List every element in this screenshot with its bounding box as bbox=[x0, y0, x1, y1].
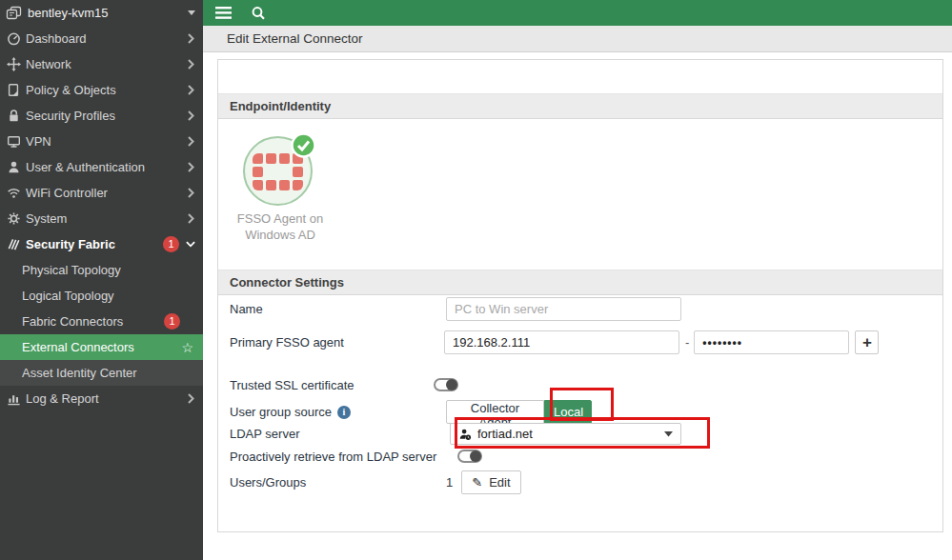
sidebar-item-security-fabric[interactable]: Security Fabric 1 bbox=[0, 231, 203, 257]
ldap-server-dropdown[interactable]: fortiad.net bbox=[450, 423, 681, 445]
page-title: Edit External Connector bbox=[227, 31, 363, 46]
name-input[interactable] bbox=[446, 297, 681, 321]
user-group-source-label: User group source i bbox=[218, 405, 446, 419]
sidebar-item-security-profiles[interactable]: Security Profiles bbox=[0, 103, 203, 129]
fsso-agent-ip-input[interactable] bbox=[444, 330, 679, 354]
star-icon[interactable]: ☆ bbox=[181, 340, 193, 355]
search-icon[interactable] bbox=[251, 6, 266, 21]
gauge-icon bbox=[6, 31, 22, 46]
monitor-icon bbox=[6, 134, 22, 149]
sidebar-item-system[interactable]: System bbox=[0, 206, 203, 231]
move-icon bbox=[6, 57, 22, 71]
sidebar-item-network[interactable]: Network bbox=[0, 51, 203, 77]
chevron-right-icon bbox=[186, 59, 195, 70]
add-agent-button[interactable]: + bbox=[855, 330, 879, 354]
users-groups-count: 1 bbox=[446, 475, 453, 490]
sidebar-item-asset-identity-center[interactable]: Asset Identity Center bbox=[0, 360, 203, 386]
sidebar-item-physical-topology[interactable]: Physical Topology bbox=[0, 257, 203, 283]
sidebar: bentley-kvm15 Dashboard Network Policy &… bbox=[0, 0, 203, 560]
sidebar-item-logical-topology[interactable]: Logical Topology bbox=[0, 283, 203, 309]
edit-users-groups-button[interactable]: ✎ Edit bbox=[461, 470, 520, 494]
caret-down-icon bbox=[664, 431, 673, 437]
chevron-right-icon bbox=[186, 33, 195, 44]
ldap-server-label: LDAP server bbox=[218, 427, 446, 441]
device-icon bbox=[6, 6, 22, 21]
trusted-ssl-toggle[interactable] bbox=[434, 378, 458, 391]
trusted-ssl-label: Trusted SSL certificate bbox=[218, 378, 446, 392]
sidebar-item-user-authentication[interactable]: User & Authentication bbox=[0, 154, 203, 180]
selected-check-icon bbox=[291, 132, 316, 161]
top-bar bbox=[203, 0, 952, 26]
local-option-button[interactable]: Local bbox=[544, 400, 592, 424]
sidebar-item-wifi-controller[interactable]: WiFi Controller bbox=[0, 180, 203, 206]
primary-fsso-agent-label: Primary FSSO agent bbox=[218, 335, 446, 350]
hostname-header[interactable]: bentley-kvm15 bbox=[0, 0, 203, 26]
chevron-right-icon bbox=[186, 136, 195, 147]
gear-icon bbox=[6, 211, 22, 226]
pencil-icon: ✎ bbox=[472, 475, 482, 490]
chart-icon bbox=[6, 391, 22, 406]
users-groups-label: Users/Groups bbox=[218, 475, 446, 490]
caret-down-icon bbox=[188, 10, 195, 15]
section-header-connector-settings: Connector Settings bbox=[218, 270, 942, 295]
menu-icon[interactable] bbox=[215, 7, 232, 19]
sidebar-item-log-report[interactable]: Log & Report bbox=[0, 386, 203, 411]
chevron-down-icon bbox=[186, 241, 195, 248]
wifi-icon bbox=[6, 186, 22, 200]
chevron-right-icon bbox=[186, 393, 195, 404]
sidebar-item-vpn[interactable]: VPN bbox=[0, 129, 203, 154]
connector-type-label: FSSO Agent on Windows AD bbox=[220, 210, 340, 243]
chevron-right-icon bbox=[186, 162, 195, 172]
sidebar-item-policy-objects[interactable]: Policy & Objects bbox=[0, 77, 203, 103]
fabric-icon bbox=[6, 237, 22, 251]
lock-icon bbox=[6, 109, 22, 123]
chevron-right-icon bbox=[186, 213, 195, 224]
chevron-right-icon bbox=[186, 110, 195, 121]
user-clock-icon bbox=[458, 428, 472, 441]
sidebar-item-dashboard[interactable]: Dashboard bbox=[0, 26, 203, 51]
proactive-retrieve-label: Proactively retrieve from LDAP server bbox=[218, 450, 457, 464]
info-icon[interactable]: i bbox=[337, 406, 351, 419]
chevron-right-icon bbox=[186, 188, 195, 198]
notification-badge: 1 bbox=[163, 236, 179, 252]
chevron-right-icon bbox=[186, 85, 195, 95]
fsso-agent-password-input[interactable] bbox=[694, 330, 849, 354]
sidebar-item-fabric-connectors[interactable]: Fabric Connectors 1 bbox=[0, 309, 203, 334]
page-title-bar: Edit External Connector bbox=[203, 26, 952, 52]
user-icon bbox=[6, 160, 22, 174]
collector-agent-option-button[interactable]: Collector Agent bbox=[446, 400, 544, 424]
name-label: Name bbox=[218, 302, 446, 316]
notification-badge: 1 bbox=[164, 313, 180, 330]
proactive-retrieve-toggle[interactable] bbox=[457, 450, 482, 463]
section-header-endpoint-identity: Endpoint/Identity bbox=[218, 93, 942, 119]
separator-dash: - bbox=[685, 335, 689, 350]
hostname-label: bentley-kvm15 bbox=[28, 6, 109, 20]
ldap-server-value: fortiad.net bbox=[477, 427, 658, 441]
edit-connector-form: Endpoint/Identity FSSO Agent on Windows … bbox=[217, 59, 943, 532]
sidebar-item-external-connectors[interactable]: External Connectors ☆ bbox=[0, 334, 203, 360]
policy-icon bbox=[6, 83, 22, 97]
